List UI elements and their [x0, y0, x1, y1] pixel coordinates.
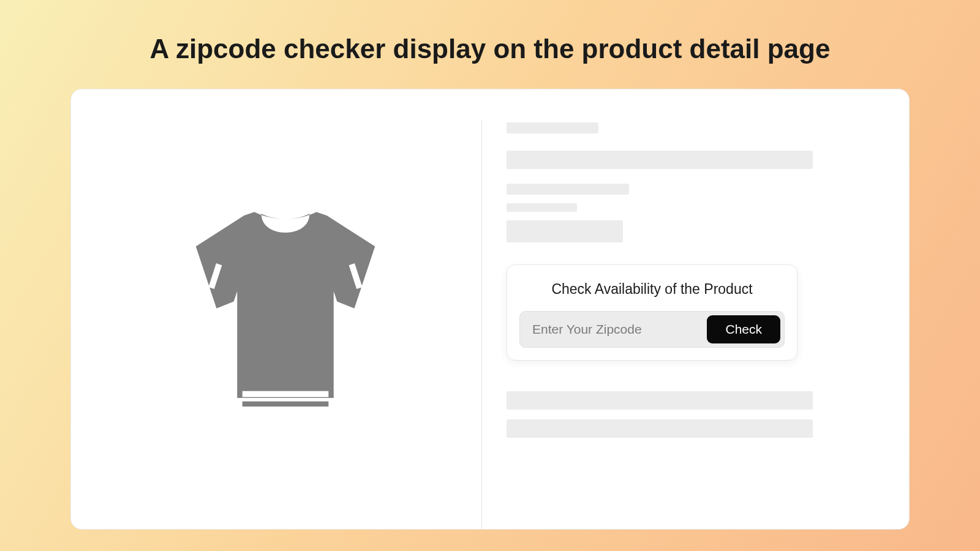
tshirt-icon: [175, 205, 396, 425]
svg-rect-0: [243, 391, 329, 397]
product-info-column: Check Availability of the Product Check: [507, 120, 878, 529]
zipcode-input[interactable]: [524, 315, 707, 343]
check-button[interactable]: Check: [707, 315, 780, 343]
page-title: A zipcode checker display on the product…: [0, 0, 980, 89]
zipcode-input-row: Check: [519, 311, 785, 348]
skeleton-line: [507, 391, 813, 410]
skeleton-block: [507, 220, 623, 242]
column-divider: [481, 120, 482, 529]
product-detail-card: Check Availability of the Product Check: [70, 89, 910, 530]
skeleton-line: [507, 151, 813, 169]
svg-rect-1: [243, 402, 329, 407]
skeleton-line: [507, 203, 577, 212]
skeleton-line: [507, 419, 813, 438]
skeleton-line: [507, 184, 629, 195]
zipcode-checker-heading: Check Availability of the Product: [519, 281, 785, 298]
zipcode-checker-widget: Check Availability of the Product Check: [507, 264, 797, 361]
skeleton-line: [507, 122, 598, 133]
product-image-column: [102, 120, 469, 529]
